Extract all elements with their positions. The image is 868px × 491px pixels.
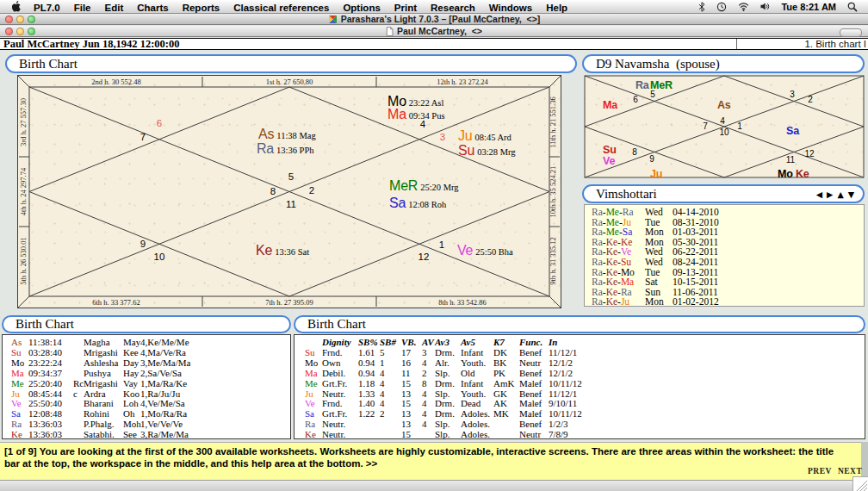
dignity-row-ra: RaNeutr.134Slp.Adoles.Benef1/2/3 bbox=[294, 419, 865, 429]
dignity-row-su: SuFrnd.1.615173Drm.InfantDKBenef11/12/1 bbox=[294, 347, 865, 357]
cell: Neutr bbox=[519, 429, 541, 439]
spotlight-icon[interactable] bbox=[847, 2, 858, 12]
menu-item-help[interactable]: Help bbox=[539, 3, 574, 13]
scroll-left-icon[interactable]: ◀ bbox=[816, 190, 822, 199]
doc-zoom-button[interactable] bbox=[28, 28, 35, 35]
cell: 03:28:40 bbox=[28, 347, 62, 357]
vimshottari-row[interactable]: Ra-Ke-MoTue09-13-2011 bbox=[585, 267, 864, 277]
dasha-planet-ra: Ra bbox=[592, 287, 603, 297]
planet-code: Ra bbox=[305, 419, 315, 429]
menu-bar: PL7.0FileEditChartsReportsClassical refe… bbox=[0, 0, 868, 14]
menu-item-windows[interactable]: Windows bbox=[482, 3, 539, 13]
chart-planet-ve: Ve25:50 Bha bbox=[457, 244, 513, 258]
cell: Pushya bbox=[84, 368, 111, 378]
volume-icon[interactable] bbox=[760, 2, 770, 11]
scroll-up-icon[interactable]: ▲ bbox=[837, 190, 843, 199]
vimshottari-row[interactable]: Ra-Ke-MaSat10-15-2011 bbox=[585, 277, 864, 287]
cell: 11:38:14 bbox=[28, 337, 62, 347]
d9-chart-lines bbox=[584, 75, 865, 178]
vimshottari-row[interactable]: Ra-Ke-SuWed08-24-2011 bbox=[585, 257, 864, 267]
dasha-weekday: Mon bbox=[645, 296, 664, 307]
menu-item-charts[interactable]: Charts bbox=[130, 3, 175, 13]
vimshottari-row[interactable]: Ra-Me-JuTue08-31-2010 bbox=[585, 217, 864, 227]
positions-table-header[interactable]: Birth Chart bbox=[2, 315, 291, 333]
dasha-weekday: Tue bbox=[645, 217, 660, 227]
menu-item-pl7-0[interactable]: PL7.0 bbox=[27, 3, 67, 13]
dasha-planet-ra: Ra bbox=[623, 207, 634, 217]
house-number-10: 10 bbox=[154, 252, 165, 263]
worksheet-label[interactable]: 1. Birth chart I bbox=[736, 39, 868, 49]
chart-planet-ma: Ma09:34 Pus bbox=[388, 108, 445, 121]
d9-navamsha-diagram[interactable]: RaMeRMaAsSaSuVeJuMoKe563247110891211 bbox=[584, 75, 865, 178]
time-machine-icon[interactable] bbox=[716, 2, 727, 12]
doc-minimize-button[interactable] bbox=[16, 28, 24, 35]
bluetooth-icon[interactable] bbox=[698, 2, 705, 12]
dasha-sequence: Ra-Ke-Mo bbox=[592, 267, 635, 277]
cell: Malef bbox=[519, 378, 542, 388]
dasha-weekday: Tue bbox=[645, 267, 660, 277]
vimshottari-row[interactable]: Ra-Ke-KeMon05-30-2011 bbox=[585, 237, 864, 247]
menu-item-edit[interactable]: Edit bbox=[98, 3, 131, 13]
planet-code: Ke bbox=[305, 429, 316, 439]
cell: 10/11/12 bbox=[549, 408, 582, 419]
cell: 12:08:48 bbox=[28, 408, 62, 419]
edge-label: 1st h. 27 650.80 bbox=[266, 78, 313, 86]
column-header-k7: K7 bbox=[493, 337, 505, 347]
cell: 4 bbox=[422, 419, 427, 429]
column-header-dignity: Dignity bbox=[322, 337, 351, 347]
prev-button[interactable]: PREV bbox=[808, 467, 832, 475]
app-title-bar[interactable]: Parashara's Light 7.0.3 – [Paul McCartne… bbox=[0, 14, 868, 25]
cell: Grt.Fr. bbox=[322, 378, 347, 388]
resize-grip[interactable] bbox=[852, 476, 868, 491]
d9-panel-header[interactable]: D9 Navamsha (spouse) bbox=[582, 54, 865, 73]
menu-item-classical-references[interactable]: Classical references bbox=[226, 3, 336, 13]
d9-house-number-11: 11 bbox=[786, 156, 795, 165]
minimize-button[interactable] bbox=[16, 16, 24, 23]
doc-window-controls bbox=[5, 28, 35, 35]
cell: Drm. bbox=[435, 398, 455, 408]
cell: Adoles. bbox=[461, 408, 490, 419]
wifi-icon[interactable] bbox=[738, 2, 749, 11]
dasha-planet-ke: Ke bbox=[606, 257, 617, 267]
vimshottari-panel-header[interactable]: Vimshottari ◀ ▶ ▲ ▼ bbox=[582, 184, 865, 203]
menu-item-reports[interactable]: Reports bbox=[176, 3, 226, 13]
zoom-button[interactable] bbox=[28, 16, 35, 23]
house-number-5: 5 bbox=[288, 172, 294, 183]
menu-item-options[interactable]: Options bbox=[336, 3, 387, 13]
vimshottari-row[interactable]: Ra-Me-RaWed04-14-2010 bbox=[585, 207, 864, 217]
birth-chart-panel-title: Birth Chart bbox=[19, 57, 78, 71]
edge-label: 7th h. 27 395.09 bbox=[265, 298, 313, 307]
planet-code: Ju bbox=[11, 388, 20, 399]
menu-bar-clock[interactable]: Tue 8:21 AM bbox=[781, 2, 836, 12]
dasha-planet-ve: Ve bbox=[621, 246, 631, 257]
cell: Neutr bbox=[519, 357, 541, 368]
planet-code: Ju bbox=[305, 388, 313, 399]
toolbar-capsule-button[interactable] bbox=[840, 28, 862, 37]
birth-chart-panel-header[interactable]: Birth Chart bbox=[5, 54, 577, 73]
document-title-bar[interactable]: Paul McCartney, <> bbox=[0, 26, 868, 37]
dignity-table-header[interactable]: Birth Chart bbox=[294, 315, 865, 333]
dasha-planet-me: Me bbox=[606, 217, 619, 227]
close-button[interactable] bbox=[5, 16, 13, 23]
apple-menu[interactable] bbox=[7, 1, 27, 12]
cell: Neutr. bbox=[322, 388, 345, 399]
birth-chart-diagram[interactable]: 2nd h. 30 552.481st h. 27 650.8012th h. … bbox=[17, 75, 561, 308]
dignity-row-ke: KeNeutr.15Slp.Adoles.Neutr7/8/9 bbox=[294, 429, 865, 439]
menu-item-print[interactable]: Print bbox=[388, 3, 424, 13]
menu-item-research[interactable]: Research bbox=[424, 3, 482, 13]
vimshottari-row[interactable]: Ra-Ke-RaSun11-06-2011 bbox=[585, 287, 864, 297]
planet-code: Su bbox=[305, 347, 315, 357]
scroll-down-icon[interactable]: ▼ bbox=[848, 190, 854, 199]
vimshottari-row[interactable]: Ra-Ke-JuMon01-02-2012 bbox=[585, 296, 864, 307]
next-button[interactable]: NEXT bbox=[838, 467, 862, 475]
menu-item-file[interactable]: File bbox=[67, 3, 98, 13]
d9-house-number-1: 1 bbox=[737, 122, 742, 131]
cell: Mrigashi bbox=[84, 347, 118, 357]
dasha-sequence: Ra-Ke-Ke bbox=[592, 237, 632, 247]
cell: 23:22:24 bbox=[28, 357, 62, 368]
vimshottari-row[interactable]: Ra-Ke-VeWed06-22-2011 bbox=[585, 246, 864, 257]
planet-dignity-table: DignitySB%SB#VB.AVAv3Av5K7Func.InSuFrnd.… bbox=[294, 334, 865, 439]
doc-close-button[interactable] bbox=[5, 28, 13, 35]
vimshottari-row[interactable]: Ra-Me-SaMon01-03-2011 bbox=[585, 227, 864, 237]
scroll-right-icon[interactable]: ▶ bbox=[827, 190, 833, 199]
